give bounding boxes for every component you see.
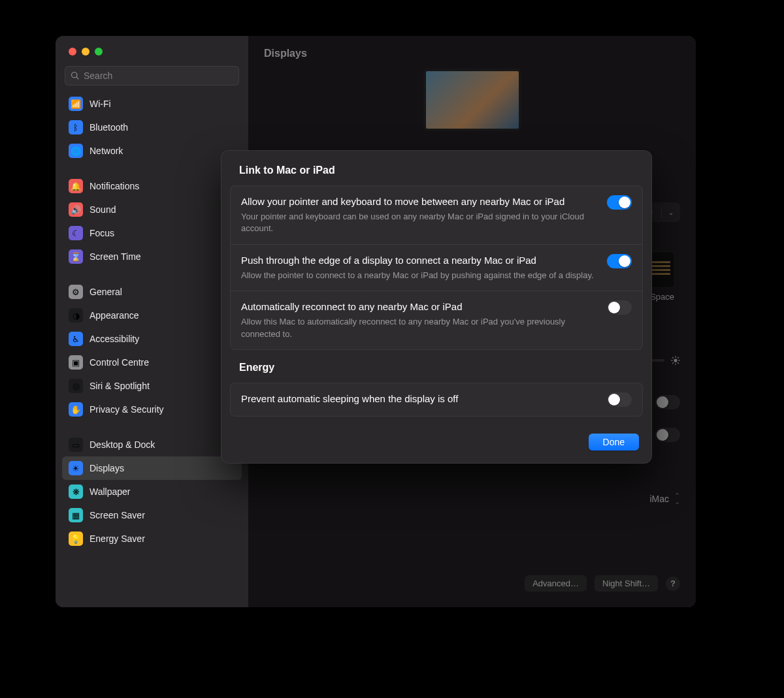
privacy-security-icon: ✋ <box>69 402 83 417</box>
notifications-icon: 🔔 <box>69 179 83 193</box>
setting-description: Allow this Mac to automatically reconnec… <box>241 316 596 340</box>
sidebar-item-privacy-security[interactable]: ✋Privacy & Security <box>62 398 242 421</box>
link-setting-row-0: Allow your pointer and keyboard to move … <box>231 186 642 244</box>
sidebar-item-bluetooth[interactable]: ᛒBluetooth <box>62 116 242 139</box>
accessibility-icon: ♿︎ <box>69 332 83 346</box>
sidebar-item-label: Displays <box>90 463 124 473</box>
sidebar-item-accessibility[interactable]: ♿︎Accessibility <box>62 327 242 351</box>
displays-icon: ☀ <box>69 461 83 475</box>
wallpaper-icon: ❋ <box>69 484 83 499</box>
sidebar-item-general[interactable]: ⚙General <box>62 280 242 304</box>
search-input[interactable] <box>84 71 233 81</box>
sidebar-item-label: Siri & Spotlight <box>90 381 150 391</box>
modal-section-energy-title: Energy <box>221 362 652 383</box>
setting-description: Allow the pointer to connect to a nearby… <box>241 270 596 281</box>
sidebar-item-label: Control Centre <box>90 357 149 368</box>
link-setting-row-2: Automatically reconnect to any nearby Ma… <box>231 291 642 349</box>
sidebar-item-wallpaper[interactable]: ❋Wallpaper <box>62 480 242 503</box>
zoom-icon[interactable] <box>95 48 103 56</box>
sidebar-item-label: Screen Time <box>90 251 141 262</box>
modal-section-link-title: Link to Mac or iPad <box>221 165 652 185</box>
wi-fi-icon: 📶 <box>69 97 83 111</box>
link-toggle-0[interactable] <box>607 195 632 210</box>
screen-time-icon: ⌛ <box>69 249 83 264</box>
done-button[interactable]: Done <box>589 434 639 451</box>
sidebar-item-label: Appearance <box>90 310 139 321</box>
sidebar-item-energy-saver[interactable]: 💡Energy Saver <box>62 527 242 550</box>
link-toggle-2[interactable] <box>607 300 632 315</box>
sidebar-item-label: Accessibility <box>90 334 139 344</box>
sidebar-item-notifications[interactable]: 🔔Notifications <box>62 174 242 198</box>
appearance-icon: ◑ <box>69 308 83 323</box>
sidebar-item-label: Desktop & Dock <box>90 439 155 450</box>
sidebar-item-desktop-dock[interactable]: ▭Desktop & Dock <box>62 433 242 456</box>
sidebar-item-label: Wi-Fi <box>90 99 111 109</box>
search-field[interactable] <box>65 66 239 86</box>
bluetooth-icon: ᛒ <box>69 120 83 135</box>
sidebar-item-control-centre[interactable]: ▣Control Centre <box>62 351 242 374</box>
sidebar-item-screen-saver[interactable]: ▦Screen Saver <box>62 503 242 527</box>
prevent-sleep-toggle[interactable] <box>607 392 632 407</box>
setting-title: Push through the edge of a display to co… <box>241 254 596 267</box>
focus-icon: ☾ <box>69 226 83 240</box>
sidebar: 📶Wi-FiᛒBluetooth🌐Network🔔Notifications🔊S… <box>56 36 248 607</box>
advanced-modal: Link to Mac or iPad Allow your pointer a… <box>221 150 652 464</box>
sidebar-item-focus[interactable]: ☾Focus <box>62 221 242 245</box>
sidebar-item-label: Bluetooth <box>90 122 128 133</box>
link-toggle-1[interactable] <box>607 254 632 268</box>
control-centre-icon: ▣ <box>69 355 83 370</box>
setting-title: Prevent automatic sleeping when the disp… <box>241 392 596 405</box>
sidebar-item-network[interactable]: 🌐Network <box>62 139 242 163</box>
setting-title: Automatically reconnect to any nearby Ma… <box>241 300 596 313</box>
sidebar-item-appearance[interactable]: ◑Appearance <box>62 304 242 327</box>
energy-saver-icon: 💡 <box>69 531 83 546</box>
sidebar-item-label: General <box>90 287 122 297</box>
screen-saver-icon: ▦ <box>69 508 83 522</box>
search-icon <box>71 71 80 80</box>
sidebar-item-displays[interactable]: ☀Displays <box>62 456 242 480</box>
sound-icon: 🔊 <box>69 202 83 217</box>
sidebar-nav: 📶Wi-FiᛒBluetooth🌐Network🔔Notifications🔊S… <box>56 92 248 607</box>
setting-title: Allow your pointer and keyboard to move … <box>241 195 596 208</box>
general-icon: ⚙ <box>69 285 83 299</box>
window-controls <box>56 36 248 56</box>
sidebar-item-label: Wallpaper <box>90 486 131 497</box>
link-settings-card: Allow your pointer and keyboard to move … <box>230 185 643 350</box>
sidebar-item-label: Screen Saver <box>90 510 145 520</box>
sidebar-item-label: Sound <box>90 204 116 215</box>
minimize-icon[interactable] <box>82 48 90 56</box>
sidebar-item-siri-spotlight[interactable]: ◎Siri & Spotlight <box>62 374 242 398</box>
sidebar-item-label: Focus <box>90 228 114 238</box>
setting-description: Your pointer and keyboard can be used on… <box>241 211 596 234</box>
sidebar-item-label: Privacy & Security <box>90 404 164 415</box>
sidebar-item-screen-time[interactable]: ⌛Screen Time <box>62 245 242 268</box>
sidebar-item-wi-fi[interactable]: 📶Wi-Fi <box>62 92 242 116</box>
link-setting-row-1: Push through the edge of a display to co… <box>231 244 642 291</box>
close-icon[interactable] <box>69 48 76 56</box>
sidebar-item-label: Notifications <box>90 181 139 191</box>
sidebar-item-sound[interactable]: 🔊Sound <box>62 198 242 221</box>
energy-row-prevent-sleep: Prevent automatic sleeping when the disp… <box>231 383 642 416</box>
system-settings-window: 📶Wi-FiᛒBluetooth🌐Network🔔Notifications🔊S… <box>56 36 696 607</box>
energy-settings-card: Prevent automatic sleeping when the disp… <box>230 383 643 417</box>
sidebar-item-label: Energy Saver <box>90 533 145 544</box>
siri-spotlight-icon: ◎ <box>69 379 83 393</box>
desktop-dock-icon: ▭ <box>69 437 83 452</box>
sidebar-item-label: Network <box>90 146 123 156</box>
network-icon: 🌐 <box>69 144 83 158</box>
